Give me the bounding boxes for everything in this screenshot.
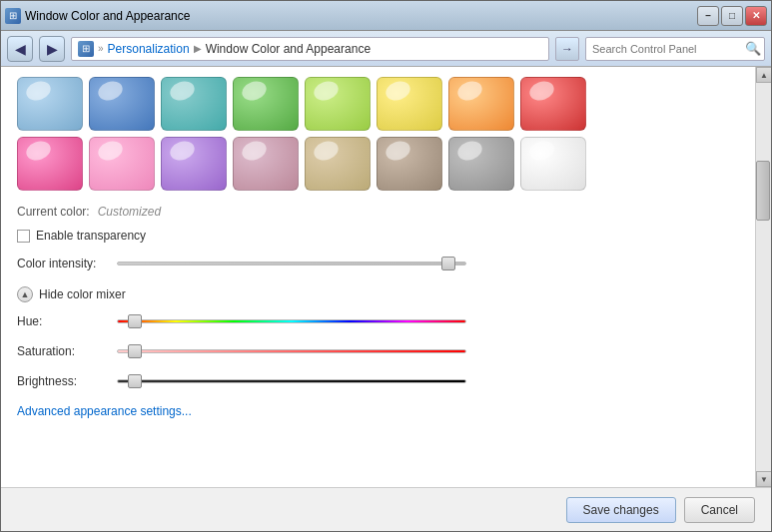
maximize-button[interactable]: □ [721, 6, 743, 26]
go-button[interactable]: → [555, 37, 579, 61]
color-swatch-green[interactable] [233, 77, 299, 131]
color-mixer-section-header[interactable]: ▲ Hide color mixer [17, 286, 739, 302]
scroll-thumb[interactable] [756, 161, 770, 221]
brightness-slider-thumb[interactable] [128, 374, 142, 388]
intensity-row: Color intensity: [17, 257, 739, 270]
color-swatch-orange[interactable] [448, 77, 514, 131]
close-button[interactable]: ✕ [745, 6, 767, 26]
minimize-button[interactable]: – [697, 6, 719, 26]
brightness-slider-track[interactable] [117, 379, 466, 383]
collapse-icon[interactable]: ▲ [17, 286, 33, 302]
color-swatch-lavender[interactable] [161, 137, 227, 191]
advanced-link[interactable]: Advanced appearance settings... [17, 404, 739, 418]
window-icon: ⊞ [5, 8, 21, 24]
color-swatch-warmgray[interactable] [377, 137, 442, 191]
color-swatch-mauve[interactable] [233, 137, 299, 191]
hue-slider-track[interactable] [117, 319, 466, 323]
window: ⊞ Window Color and Appearance – □ ✕ ◀ ▶ … [0, 0, 772, 532]
color-swatch-white[interactable] [520, 137, 586, 191]
bottom-bar: Save changes Cancel [1, 487, 771, 531]
search-box: 🔍 [585, 37, 765, 61]
color-row-2 [17, 137, 739, 191]
color-swatch-tan[interactable] [305, 137, 371, 191]
color-swatch-gray[interactable] [448, 137, 514, 191]
hue-label: Hue: [17, 314, 107, 328]
color-swatch-lime[interactable] [305, 77, 371, 131]
save-button[interactable]: Save changes [566, 497, 676, 523]
brightness-label: Brightness: [17, 374, 107, 388]
breadcrumb-icon: ⊞ [78, 41, 94, 57]
color-swatch-pink[interactable] [17, 137, 83, 191]
transparency-row: Enable transparency [17, 229, 739, 243]
brightness-row: Brightness: [17, 374, 739, 388]
title-bar-left: ⊞ Window Color and Appearance [5, 8, 190, 24]
saturation-slider-track[interactable] [117, 349, 466, 353]
breadcrumb-bar: ⊞ » Personalization ▶ Window Color and A… [71, 37, 549, 61]
color-grid [17, 77, 739, 191]
color-swatch-blue[interactable] [89, 77, 155, 131]
color-swatch-sky[interactable] [17, 77, 83, 131]
intensity-slider-thumb[interactable] [441, 257, 455, 270]
color-mixer-label: Hide color mixer [39, 287, 126, 301]
current-color-label: Current color: [17, 205, 90, 219]
title-bar-controls: – □ ✕ [697, 6, 767, 26]
transparency-checkbox[interactable] [17, 230, 30, 243]
title-bar: ⊞ Window Color and Appearance – □ ✕ [1, 1, 771, 31]
content-area: Current color: Customized Enable transpa… [1, 67, 755, 487]
search-input[interactable] [586, 43, 742, 55]
hue-slider-thumb[interactable] [128, 314, 142, 328]
hue-row: Hue: [17, 314, 739, 328]
cancel-button[interactable]: Cancel [684, 497, 755, 523]
intensity-slider-track[interactable] [117, 262, 466, 266]
breadcrumb-parent-link[interactable]: Personalization [108, 42, 190, 56]
color-swatch-yellow[interactable] [377, 77, 442, 131]
forward-button[interactable]: ▶ [39, 36, 65, 62]
current-color-row: Current color: Customized [17, 205, 739, 219]
intensity-label: Color intensity: [17, 257, 107, 270]
search-icon[interactable]: 🔍 [742, 38, 764, 60]
scrollbar: ▲ ▼ [755, 67, 771, 487]
color-row-1 [17, 77, 739, 131]
color-swatch-teal[interactable] [161, 77, 227, 131]
saturation-slider-thumb[interactable] [128, 344, 142, 358]
back-button[interactable]: ◀ [7, 36, 33, 62]
breadcrumb-current: Window Color and Appearance [206, 42, 371, 56]
saturation-label: Saturation: [17, 344, 107, 358]
address-bar: ◀ ▶ ⊞ » Personalization ▶ Window Color a… [1, 31, 771, 67]
breadcrumb-separator-2: ▶ [194, 43, 202, 54]
window-title: Window Color and Appearance [25, 9, 190, 23]
current-color-value: Customized [98, 205, 161, 219]
scroll-up-button[interactable]: ▲ [756, 67, 771, 83]
transparency-label[interactable]: Enable transparency [36, 229, 146, 243]
color-swatch-red[interactable] [520, 77, 586, 131]
scroll-down-button[interactable]: ▼ [756, 471, 771, 487]
saturation-row: Saturation: [17, 344, 739, 358]
breadcrumb-separator-1: » [98, 43, 104, 54]
main-content: Current color: Customized Enable transpa… [1, 67, 771, 487]
scroll-track[interactable] [756, 83, 771, 471]
color-swatch-lightpink[interactable] [89, 137, 155, 191]
